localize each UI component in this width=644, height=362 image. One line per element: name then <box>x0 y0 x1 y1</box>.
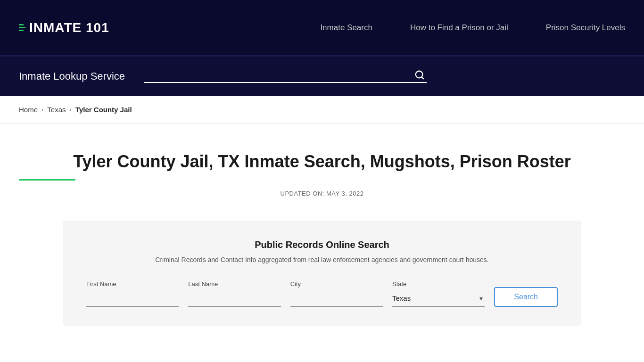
state-select[interactable]: Texas Alabama Alaska Arizona California … <box>392 290 485 307</box>
breadcrumb-state[interactable]: Texas <box>47 106 66 114</box>
search-icon <box>414 70 425 80</box>
search-form: First Name Last Name City State Texas Al… <box>86 280 558 307</box>
state-group: State Texas Alabama Alaska Arizona Calif… <box>392 280 485 307</box>
logo-bar-2 <box>19 27 25 28</box>
breadcrumb: Home › Texas › Tyler County Jail <box>19 106 625 114</box>
card-subtitle: Criminal Records and Contact Info aggreg… <box>86 256 558 263</box>
city-label: City <box>290 280 383 288</box>
updated-text: UPDATED ON: MAY 3, 2022 <box>19 190 625 197</box>
last-name-input[interactable] <box>188 290 281 307</box>
page-title: Tyler County Jail, TX Inmate Search, Mug… <box>73 152 571 172</box>
first-name-label: First Name <box>86 280 179 288</box>
breadcrumb-section: Home › Texas › Tyler County Jail <box>0 96 644 123</box>
state-label: State <box>392 280 485 288</box>
breadcrumb-current: Tyler County Jail <box>75 106 132 114</box>
logo-link[interactable]: INMATE 101 <box>19 20 109 35</box>
logo-bar-1 <box>19 24 24 25</box>
logo-text: INMATE 101 <box>29 20 109 35</box>
nav-links: Inmate Search How to Find a Prison or Ja… <box>320 23 625 33</box>
state-select-wrapper: Texas Alabama Alaska Arizona California … <box>392 290 485 307</box>
search-section-label: Inmate Lookup Service <box>19 70 125 82</box>
card-title: Public Records Online Search <box>86 239 558 250</box>
how-to-find-nav-link[interactable]: How to Find a Prison or Jail <box>410 23 508 32</box>
svg-line-1 <box>421 77 423 79</box>
search-submit-button[interactable]: Search <box>494 287 558 307</box>
city-input[interactable] <box>290 290 383 307</box>
logo-bars-icon <box>19 24 25 31</box>
breadcrumb-chevron-1: › <box>41 106 43 113</box>
first-name-input[interactable] <box>86 290 179 307</box>
city-group: City <box>290 280 383 307</box>
search-section: Inmate Lookup Service <box>0 57 644 96</box>
page-title-underline <box>19 179 75 181</box>
search-input-wrapper <box>144 70 427 83</box>
first-name-group: First Name <box>86 280 179 307</box>
last-name-group: Last Name <box>188 280 281 307</box>
search-button-top[interactable] <box>413 70 427 80</box>
breadcrumb-chevron-2: › <box>70 106 72 113</box>
logo-bar-3 <box>19 30 24 31</box>
search-card: Public Records Online Search Criminal Re… <box>63 221 581 326</box>
inmate-search-nav-link[interactable]: Inmate Search <box>320 23 372 32</box>
breadcrumb-home[interactable]: Home <box>19 106 38 114</box>
top-navigation: INMATE 101 Inmate Search How to Find a P… <box>0 0 644 57</box>
search-input[interactable] <box>144 71 413 79</box>
security-levels-nav-link[interactable]: Prison Security Levels <box>546 23 625 32</box>
last-name-label: Last Name <box>188 280 281 288</box>
main-content: Tyler County Jail, TX Inmate Search, Mug… <box>0 123 644 345</box>
